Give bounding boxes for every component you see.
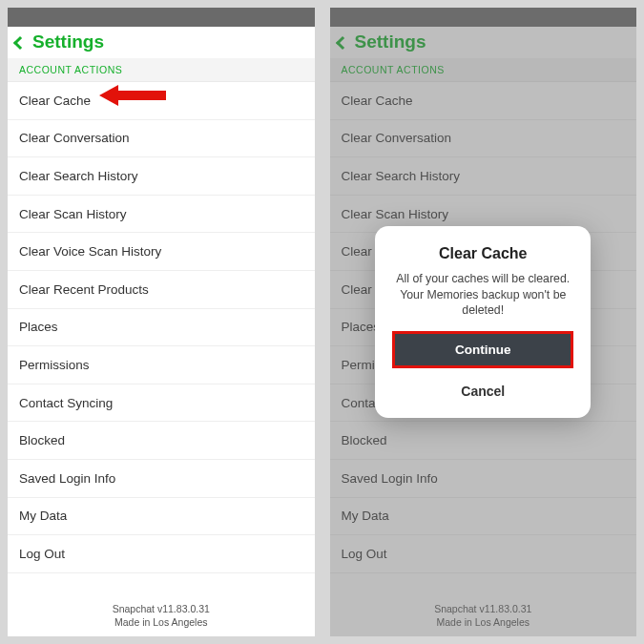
item-log-out[interactable]: Log Out [8, 535, 315, 573]
settings-screen-left: Settings ACCOUNT ACTIONS Clear Cache Cle… [8, 8, 315, 636]
item-label: Clear Recent Products [19, 282, 149, 297]
settings-list: Clear Cache Clear Conversation Clear Sea… [8, 82, 315, 573]
item-contact-syncing[interactable]: Contact Syncing [8, 384, 315, 423]
item-saved-login-info[interactable]: Saved Login Info [8, 460, 315, 498]
back-chevron-icon[interactable] [13, 35, 27, 49]
footer: Snapchat v11.83.0.31 Made in Los Angeles [8, 596, 315, 636]
page-title: Settings [32, 31, 104, 52]
clear-cache-dialog: Clear Cache All of your caches will be c… [375, 226, 591, 418]
dialog-message: All of your caches will be cleared. Your… [392, 271, 573, 319]
item-places[interactable]: Places [8, 309, 315, 347]
item-label: Clear Voice Scan History [19, 244, 161, 259]
footer-location: Made in Los Angeles [8, 615, 315, 629]
item-label: Log Out [19, 547, 65, 561]
section-header-account-actions: ACCOUNT ACTIONS [8, 58, 315, 82]
item-my-data[interactable]: My Data [8, 498, 315, 536]
svg-marker-0 [99, 85, 166, 106]
footer-version: Snapchat v11.83.0.31 [8, 602, 315, 615]
item-label: Permissions [19, 358, 90, 372]
highlight-box: Continue [392, 331, 573, 368]
cancel-button[interactable]: Cancel [392, 380, 573, 403]
dialog-title: Clear Cache [392, 245, 573, 262]
item-permissions[interactable]: Permissions [8, 346, 315, 384]
item-label: Saved Login Info [19, 471, 115, 486]
item-label: Clear Search History [19, 169, 138, 183]
title-bar: Settings [8, 27, 315, 58]
settings-screen-right: Settings ACCOUNT ACTIONS Clear Cache Cle… [330, 8, 637, 636]
item-blocked[interactable]: Blocked [8, 422, 315, 460]
item-label: My Data [19, 509, 67, 523]
item-label: Places [19, 320, 58, 334]
item-label: Contact Syncing [19, 396, 113, 410]
item-label: Blocked [19, 433, 65, 447]
item-clear-scan-history[interactable]: Clear Scan History [8, 196, 315, 234]
item-clear-search-history[interactable]: Clear Search History [8, 157, 315, 196]
item-clear-conversation[interactable]: Clear Conversation [8, 120, 315, 158]
annotation-arrow-icon [99, 85, 166, 106]
item-label: Clear Cache [19, 93, 91, 108]
item-label: Clear Conversation [19, 131, 130, 145]
item-clear-recent-products[interactable]: Clear Recent Products [8, 271, 315, 309]
item-clear-cache[interactable]: Clear Cache [8, 82, 315, 120]
continue-button[interactable]: Continue [395, 334, 571, 365]
item-label: Clear Scan History [19, 207, 127, 221]
status-bar [8, 8, 315, 27]
modal-backdrop[interactable]: Clear Cache All of your caches will be c… [330, 8, 637, 636]
item-clear-voice-scan-history[interactable]: Clear Voice Scan History [8, 233, 315, 271]
